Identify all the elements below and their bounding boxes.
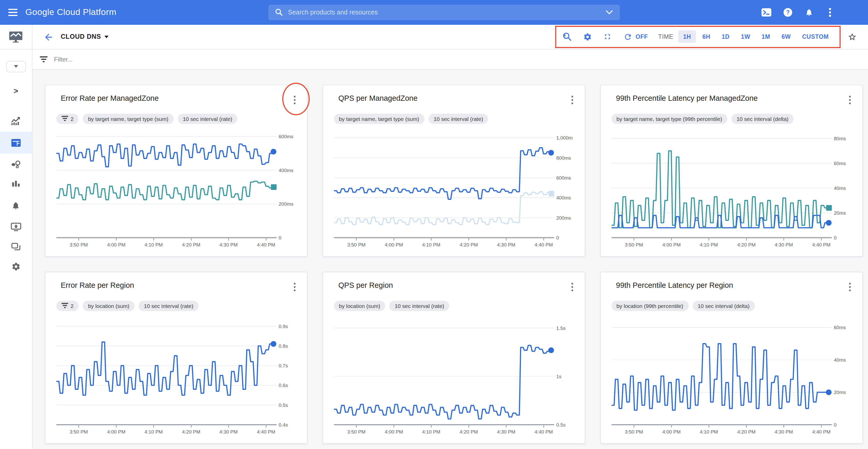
svg-text:4:20 PM: 4:20 PM <box>459 429 478 434</box>
chart-plot[interactable]: 1.5s1s0.5s3:50 PM4:00 PM4:10 PM4:20 PM4:… <box>334 316 572 436</box>
monitoring-logo-icon[interactable] <box>0 31 32 43</box>
sidebar-item-dashboards[interactable] <box>0 139 32 147</box>
chart-title: Error Rate per Region <box>61 281 134 289</box>
svg-text:4:40 PM: 4:40 PM <box>812 242 830 247</box>
svg-text:0.7s: 0.7s <box>278 363 288 368</box>
time-range-6w[interactable]: 6W <box>777 31 795 43</box>
filter-bar[interactable]: Filter... <box>32 50 868 69</box>
badge-row: by location (sum)10 sec interval (rate) <box>334 300 574 311</box>
sidebar-item-alerting[interactable] <box>0 201 32 210</box>
sidebar-item-services[interactable] <box>0 160 32 169</box>
fullscreen-icon[interactable] <box>603 32 612 41</box>
favorite-star-icon[interactable] <box>848 33 857 41</box>
app-title[interactable]: Google Cloud Platform <box>25 7 116 18</box>
back-arrow-icon[interactable] <box>43 31 54 43</box>
menu-icon[interactable] <box>7 7 19 18</box>
svg-text:20ms: 20ms <box>834 389 845 395</box>
time-range-1m[interactable]: 1M <box>757 31 775 43</box>
sidebar-item-scope-selector[interactable] <box>0 61 32 72</box>
sidebar-expand-icon[interactable]: > <box>0 86 32 95</box>
more-options-icon[interactable] <box>844 94 855 106</box>
svg-text:0.9s: 0.9s <box>278 323 288 329</box>
svg-text:4:30 PM: 4:30 PM <box>497 242 515 247</box>
metric-badge[interactable]: by location (99th percentile) <box>611 300 688 311</box>
time-range-6h[interactable]: 6H <box>698 31 715 43</box>
main-area: CLOUD DNS OFF <box>32 25 868 449</box>
notifications-icon[interactable] <box>804 7 814 17</box>
time-range-1d[interactable]: 1D <box>717 31 734 43</box>
more-options-icon[interactable] <box>289 281 300 293</box>
chart-card-latency-managedzone: 99th Percentile Latency per ManagedZone … <box>600 85 863 257</box>
metric-badge[interactable]: by location (sum) <box>83 300 135 311</box>
filter-count-chip[interactable]: 2 <box>56 300 79 311</box>
chart-card-error-rate-region: Error Rate per Region 2by location (sum)… <box>45 271 307 444</box>
search-input[interactable]: Search products and resources <box>268 4 620 20</box>
svg-text:4:10 PM: 4:10 PM <box>700 242 718 247</box>
time-label: TIME <box>658 34 673 40</box>
svg-text:4:10 PM: 4:10 PM <box>422 429 440 434</box>
metric-badge[interactable]: by target name, target type (99th percen… <box>611 114 727 124</box>
chart-card-qps-managedzone: QPS per ManagedZone by target name, targ… <box>322 85 585 257</box>
metric-badge[interactable]: 10 sec interval (delta) <box>732 114 794 124</box>
svg-text:3:50 PM: 3:50 PM <box>69 242 88 247</box>
dashboard-context-selector[interactable]: CLOUD DNS <box>61 25 109 49</box>
metric-badge[interactable]: 10 sec interval (rate) <box>390 300 449 311</box>
sidebar-item-metrics-overview[interactable] <box>0 116 32 125</box>
metric-badge[interactable]: by target name, target type (sum) <box>334 114 424 124</box>
svg-text:4:30 PM: 4:30 PM <box>219 242 238 247</box>
chart-title: 99th Percentile Latency per Region <box>616 281 733 289</box>
toolbar-controls: OFF TIME 1H6H1D1W1M6WCUSTOM <box>556 25 857 49</box>
metric-badge[interactable]: 10 sec interval (rate) <box>139 300 198 311</box>
metric-badge[interactable]: by target name, target type (sum) <box>83 114 174 124</box>
svg-text:?: ? <box>786 9 789 16</box>
cloud-shell-icon[interactable] <box>762 7 771 17</box>
dashboard-toolbar: CLOUD DNS OFF <box>32 25 868 50</box>
auto-refresh-icon[interactable] <box>623 32 632 41</box>
filter-icon <box>39 56 47 63</box>
more-options-icon[interactable] <box>289 94 300 106</box>
svg-text:4:40 PM: 4:40 PM <box>534 429 553 434</box>
chart-plot[interactable]: 1,000ms800ms600ms400ms200ms03:50 PM4:00 … <box>334 129 572 249</box>
sidebar-item-settings[interactable] <box>0 262 32 271</box>
svg-text:4:00 PM: 4:00 PM <box>662 242 680 247</box>
more-options-icon[interactable] <box>567 281 577 293</box>
svg-text:20ms: 20ms <box>834 210 845 216</box>
chart-plot[interactable]: 0.9s0.8s0.7s0.6s0.5s0.4s3:50 PM4:00 PM4:… <box>56 316 295 436</box>
svg-text:4:40 PM: 4:40 PM <box>812 429 830 434</box>
chart-plot[interactable]: 600ms400ms200ms03:50 PM4:00 PM4:10 PM4:2… <box>56 129 295 249</box>
metric-badge[interactable]: 10 sec interval (delta) <box>692 300 755 311</box>
chevron-down-icon[interactable] <box>606 10 613 14</box>
svg-text:3:50 PM: 3:50 PM <box>624 429 643 434</box>
more-options-icon[interactable] <box>567 94 577 106</box>
chart-card-qps-region: QPS per Region by location (sum)10 sec i… <box>322 271 585 444</box>
time-range-custom[interactable]: CUSTOM <box>798 31 833 43</box>
metric-badge[interactable]: by location (sum) <box>334 300 385 311</box>
svg-text:0.6s: 0.6s <box>278 382 288 388</box>
badge-row: by location (99th percentile)10 sec inte… <box>611 300 851 311</box>
svg-text:80ms: 80ms <box>834 136 845 141</box>
help-icon[interactable]: ? <box>783 7 793 17</box>
time-range-1h[interactable]: 1H <box>679 31 696 43</box>
svg-text:1.5s: 1.5s <box>556 325 565 331</box>
svg-text:200ms: 200ms <box>278 201 293 206</box>
zoom-reset-icon[interactable] <box>563 32 572 41</box>
settings-icon[interactable] <box>583 32 592 41</box>
chart-plot[interactable]: 60ms40ms20ms03:50 PM4:00 PM4:10 PM4:20 P… <box>611 316 850 436</box>
svg-text:40ms: 40ms <box>834 185 845 191</box>
auto-refresh-off-label[interactable]: OFF <box>636 34 648 40</box>
filter-count-chip[interactable]: 2 <box>56 114 79 124</box>
chart-card-error-rate-managedzone: Error Rate per ManagedZone 2by target na… <box>45 85 307 257</box>
dashboard-context-label: CLOUD DNS <box>61 33 101 40</box>
metric-badge[interactable]: 10 sec interval (rate) <box>428 114 488 124</box>
metric-badge[interactable]: 10 sec interval (rate) <box>178 114 237 124</box>
more-vert-icon[interactable] <box>825 7 835 17</box>
sidebar-item-metrics-explorer[interactable] <box>0 180 32 188</box>
more-options-icon[interactable] <box>844 281 855 293</box>
chart-title: QPS per Region <box>338 281 393 289</box>
filter-placeholder: Filter... <box>54 56 73 63</box>
sidebar-item-uptime-checks[interactable] <box>0 222 32 231</box>
time-range-1w[interactable]: 1W <box>737 31 755 43</box>
sidebar-item-groups[interactable] <box>0 243 32 251</box>
svg-text:4:30 PM: 4:30 PM <box>774 242 793 247</box>
chart-plot[interactable]: 80ms60ms40ms20ms03:50 PM4:00 PM4:10 PM4:… <box>611 129 850 249</box>
